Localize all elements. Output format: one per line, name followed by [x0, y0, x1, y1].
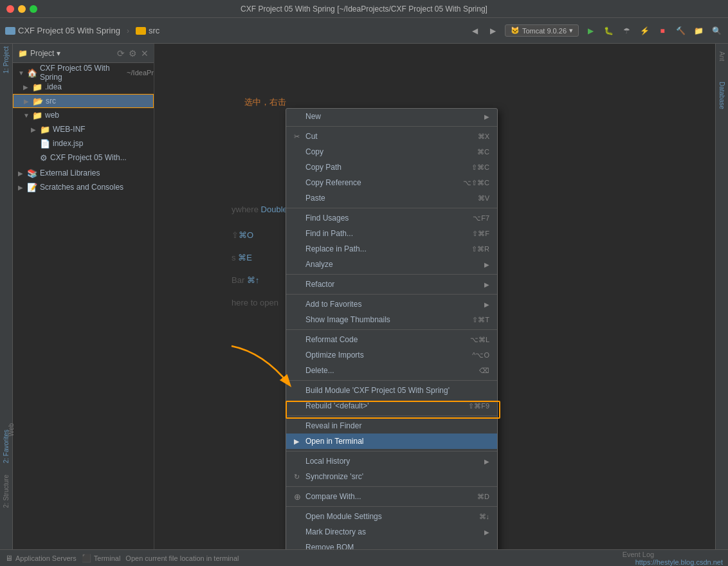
toolbar: CXF Project 05 With Spring › src ◀ ▶ 🐱 T…	[0, 18, 728, 44]
showthumbs-shortcut: ⇧⌘T	[472, 316, 489, 324]
panel-settings-icon[interactable]: ⚙	[129, 48, 137, 59]
tree-item-webinf[interactable]: ▶ 📁 WEB-INF	[13, 122, 154, 136]
toolbar-src[interactable]: src	[136, 26, 159, 35]
menu-item-openmodulesettings[interactable]: Open Module Settings ⌘↓	[286, 509, 497, 524]
toolbar-project[interactable]: CXF Project 05 With Spring	[5, 26, 120, 35]
context-menu: New ▶ ✂ Cut ⌘X Copy ⌘C Copy Path ⇧⌘C	[286, 108, 498, 549]
tree-item-indexjsp[interactable]: ▶ 📄 index.jsp	[13, 136, 154, 151]
menu-item-revealfinder[interactable]: Reveal in Finder	[286, 418, 497, 434]
menu-sep-4	[286, 294, 497, 295]
tree-item-cxfconfig[interactable]: ▶ ⚙ CXF Project 05 With...	[13, 151, 154, 165]
menu-item-syncsrc[interactable]: ↻ Synchronize 'src'	[286, 469, 497, 484]
menu-label-copyref: Copy Reference	[305, 178, 450, 187]
run-button[interactable]: ▶	[584, 24, 597, 37]
menu-item-copypath[interactable]: Copy Path ⇧⌘C	[286, 160, 497, 175]
favorites-tab[interactable]: 2: Favorites	[1, 427, 11, 466]
new-submenu-arrow: ▶	[484, 113, 489, 120]
tree-item-extlibs[interactable]: ▶ 📚 External Libraries	[13, 166, 154, 180]
menu-item-localhistory[interactable]: Local History ▶	[286, 453, 497, 469]
webinf-folder-icon: 📁	[40, 125, 50, 134]
panel-sync-icon[interactable]: ⟳	[117, 48, 125, 59]
paste-shortcut: ⌘V	[478, 194, 489, 203]
open-file-status[interactable]: Open current file location in terminal	[125, 554, 239, 562]
menu-item-optimizeimp[interactable]: Optimize Imports ^⌥O	[286, 347, 497, 363]
menu-item-comparewith[interactable]: ⊕ Compare With... ⌘D	[286, 489, 497, 504]
panel-title-dropdown[interactable]: ▾	[57, 49, 60, 58]
panel-close-icon[interactable]: ✕	[141, 48, 149, 59]
menu-item-findinpath[interactable]: Find in Path... ⇧⌘F	[286, 226, 497, 241]
back-button[interactable]: ◀	[469, 24, 482, 37]
app-servers-label: Application Servers	[15, 554, 77, 562]
optimizeimp-shortcut: ^⌥O	[472, 351, 489, 360]
minimize-button[interactable]	[18, 5, 26, 13]
status-bar: 🖥 Application Servers ⬛ Terminal Open cu…	[0, 549, 728, 566]
tree-item-src[interactable]: ▶ 📂 src	[13, 94, 154, 108]
menu-sep-5	[286, 329, 497, 330]
build-button[interactable]: 🔨	[674, 24, 687, 37]
menu-item-addtofav[interactable]: Add to Favorites ▶	[286, 297, 497, 312]
menu-item-copy[interactable]: Copy ⌘C	[286, 144, 497, 160]
menu-label-localhistory: Local History	[305, 457, 482, 466]
menu-item-replaceinpath[interactable]: Replace in Path... ⇧⌘R	[286, 241, 497, 257]
menu-label-findinpath: Find in Path...	[305, 229, 459, 238]
menu-item-copyref[interactable]: Copy Reference ⌥⇧⌘C	[286, 175, 497, 190]
menu-item-reformat[interactable]: Reformat Code ⌥⌘L	[286, 332, 497, 347]
jsp-file-icon: 📄	[40, 139, 50, 149]
menu-item-new[interactable]: New ▶	[286, 109, 497, 124]
menu-label-rebuild: Rebuild '<default>'	[305, 401, 455, 410]
ant-tab[interactable]: Ant	[717, 49, 727, 64]
menu-item-openinterminal[interactable]: ▶ Open in Terminal	[286, 434, 497, 449]
tree-label-indexjsp: index.jsp	[53, 139, 83, 148]
cut-shortcut: ⌘X	[478, 132, 489, 141]
menu-item-rebuild[interactable]: Rebuild '<default>' ⇧⌘F9	[286, 398, 497, 414]
toolbar-right: ◀ ▶ 🐱 Tomcat 9.0.26 ▾ ▶ 🐛 ☂ ⚡ ■ 🔨 📁 🔍	[469, 24, 723, 37]
menu-item-analyze[interactable]: Analyze ▶	[286, 257, 497, 272]
replaceinpath-shortcut: ⇧⌘R	[471, 245, 489, 253]
close-button[interactable]	[6, 5, 14, 13]
menu-item-cut[interactable]: ✂ Cut ⌘X	[286, 129, 497, 144]
reformat-shortcut: ⌥⌘L	[470, 336, 489, 344]
forward-button[interactable]: ▶	[487, 24, 500, 37]
tree-item-web[interactable]: ▼ 📁 web	[13, 108, 154, 122]
copypath-shortcut: ⇧⌘C	[471, 163, 489, 172]
url-label: https://hestyle.blog.csdn.net	[635, 558, 723, 566]
menu-item-markdiras[interactable]: Mark Directory as ▶	[286, 524, 497, 540]
open-project-button[interactable]: 📁	[692, 24, 705, 37]
terminal-status[interactable]: ⬛ Terminal	[82, 554, 121, 563]
tree-item-project[interactable]: ▼ 🏠 CXF Project 05 With Spring ~/IdeaPr	[13, 66, 154, 80]
project-panel-title: 📁 Project ▾	[18, 49, 60, 58]
menu-label-cut: Cut	[305, 132, 465, 141]
database-tab[interactable]: Database	[717, 79, 727, 112]
tree-item-scratches[interactable]: ▶ 📝 Scratches and Consoles	[13, 180, 154, 194]
stop-button[interactable]: ■	[656, 24, 669, 37]
extlibs-icon: 📚	[27, 169, 37, 178]
traffic-lights[interactable]	[6, 5, 37, 13]
coverage-button[interactable]: ☂	[620, 24, 633, 37]
menu-label-findusages: Find Usages	[305, 214, 460, 223]
event-log-status[interactable]: Event Log	[623, 551, 723, 558]
project-tab[interactable]: 1: Project	[3, 44, 10, 76]
menu-item-removebom[interactable]: Remove BOM	[286, 540, 497, 549]
menu-item-refactor[interactable]: Refactor ▶	[286, 277, 497, 292]
menu-label-copy: Copy	[305, 147, 464, 156]
search-everywhere-button[interactable]: 🔍	[710, 24, 723, 37]
tree-item-idea[interactable]: ▶ 📁 .idea	[13, 80, 154, 94]
tree-arrow-extlibs: ▶	[18, 170, 24, 177]
structure-tab[interactable]: 2: Structure	[1, 472, 11, 511]
profile-button[interactable]: ⚡	[638, 24, 651, 37]
tree-arrow-web: ▼	[23, 112, 30, 119]
menu-item-paste[interactable]: Paste ⌘V	[286, 190, 497, 206]
favorites-tab-strip: 2: Favorites	[1, 427, 11, 466]
structure-tab-strip: 2: Structure	[1, 472, 11, 511]
maximize-button[interactable]	[30, 5, 37, 13]
debug-button[interactable]: 🐛	[602, 24, 615, 37]
app-servers-status[interactable]: 🖥 Application Servers	[5, 554, 77, 563]
menu-item-findusages[interactable]: Find Usages ⌥F7	[286, 210, 497, 226]
menu-item-delete[interactable]: Delete... ⌫	[286, 363, 497, 378]
localhistory-submenu-arrow: ▶	[484, 458, 489, 465]
tomcat-badge[interactable]: 🐱 Tomcat 9.0.26 ▾	[505, 24, 579, 37]
menu-item-buildmodule[interactable]: Build Module 'CXF Project 05 With Spring…	[286, 383, 497, 398]
main-area: 1: Project Web 2: Favorites 2: Structure…	[0, 44, 728, 549]
menu-item-showthumbs[interactable]: Show Image Thumbnails ⇧⌘T	[286, 312, 497, 327]
src-folder-icon	[136, 27, 146, 35]
